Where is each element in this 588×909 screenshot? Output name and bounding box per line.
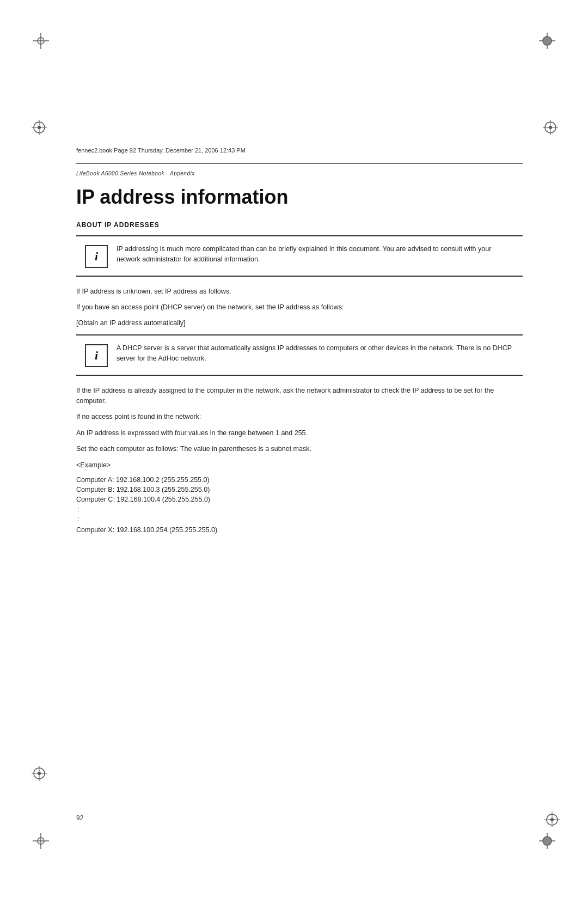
reg-mark-tr — [543, 120, 558, 135]
section-heading-about-ip: ABOUT IP ADDRESSES — [76, 221, 523, 229]
info-box-1-text: IP addressing is much more complicated t… — [117, 244, 514, 265]
colon-2: : — [77, 515, 523, 523]
breadcrumb: LifeBook A6000 Series Notebook - Appendi… — [76, 170, 523, 176]
corner-mark-tr — [539, 33, 555, 49]
svg-point-23 — [38, 772, 41, 775]
corner-mark-tl — [33, 33, 49, 49]
svg-point-11 — [543, 837, 552, 845]
document-page: fennec2.book Page 92 Thursday, December … — [0, 0, 588, 909]
para-6: An IP address is expressed with four val… — [76, 428, 523, 438]
computer-x: Computer X: 192.168.100.254 (255.255.255… — [76, 525, 523, 535]
computer-a: Computer A: 192.168.100.2 (255.255.255.0… — [76, 476, 523, 484]
reg-mark-tl — [32, 120, 47, 135]
para-4: If the IP address is already assigned to… — [76, 386, 523, 407]
para-7: Set the each computer as follows: The va… — [76, 444, 523, 454]
page-title: IP address information — [76, 186, 523, 208]
computer-b: Computer B: 192.168.100.3 (255.255.255.0… — [76, 486, 523, 493]
info-box-2: i A DHCP server is a server that automat… — [76, 334, 523, 376]
computer-c: Computer C: 192.168.100.4 (255.255.255.0… — [76, 496, 523, 503]
reg-mark-br — [544, 812, 560, 827]
svg-point-5 — [543, 36, 552, 45]
info-icon-1: i — [85, 245, 108, 268]
info-box-2-text: A DHCP server is a server that automatic… — [117, 343, 514, 364]
svg-point-19 — [549, 126, 552, 129]
computer-list: Computer A: 192.168.100.2 (255.255.255.0… — [76, 476, 523, 503]
info-icon-2: i — [85, 344, 108, 367]
svg-point-15 — [38, 126, 41, 129]
corner-mark-br — [539, 833, 555, 849]
corner-mark-bl — [33, 833, 49, 849]
info-box-1: i IP addressing is much more complicated… — [76, 235, 523, 277]
para-1: If IP address is unknown, set IP address… — [76, 286, 523, 297]
para-2: If you have an access point (DHCP server… — [76, 302, 523, 313]
print-info: fennec2.book Page 92 Thursday, December … — [76, 147, 523, 154]
colon-1: : — [77, 505, 523, 513]
page-content: fennec2.book Page 92 Thursday, December … — [76, 147, 523, 541]
page-number: 92 — [76, 814, 83, 822]
svg-point-27 — [550, 818, 554, 821]
para-5: If no access point is found in the netwo… — [76, 412, 523, 422]
example-label: <Example> — [76, 460, 523, 471]
reg-mark-bl — [32, 766, 47, 781]
para-3: [Obtain an IP address automatically] — [76, 318, 523, 328]
top-rule — [76, 163, 523, 164]
